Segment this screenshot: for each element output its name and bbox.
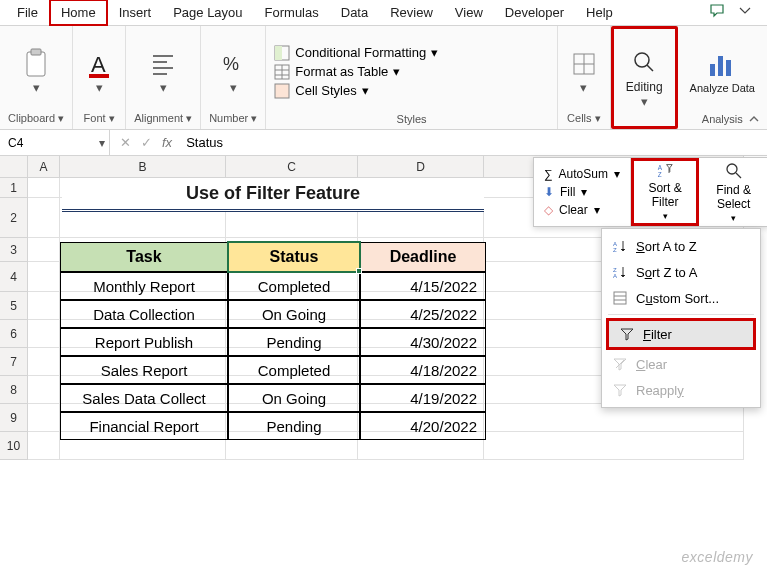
table-cell[interactable]: 4/19/2022 — [360, 384, 486, 412]
row-header[interactable]: 5 — [0, 292, 28, 320]
watermark: exceldemy — [682, 549, 753, 565]
col-header-c[interactable]: C — [226, 156, 358, 177]
fx-icon[interactable]: fx — [162, 135, 172, 150]
table-cell[interactable]: 4/18/2022 — [360, 356, 486, 384]
table-cell[interactable]: Sales Data Collect — [60, 384, 228, 412]
table-cell[interactable]: 4/15/2022 — [360, 272, 486, 300]
fx-enter-icon[interactable]: ✓ — [141, 135, 152, 150]
header-deadline[interactable]: Deadline — [360, 242, 486, 272]
menu-sort-za[interactable]: ZASort Z to A — [602, 259, 760, 285]
title-cell[interactable]: Use of Filter Feature — [62, 178, 484, 212]
col-header-b[interactable]: B — [60, 156, 226, 177]
chevron-down-icon[interactable] — [737, 2, 753, 21]
editing-button[interactable]: Editing ▾ — [622, 44, 667, 111]
chevron-down-icon: ▾ — [96, 80, 103, 95]
tab-help[interactable]: Help — [575, 0, 624, 25]
svg-text:A: A — [613, 273, 617, 279]
row-header[interactable]: 10 — [0, 432, 28, 460]
formula-input[interactable] — [182, 133, 767, 152]
find-icon — [724, 161, 744, 181]
group-font: A ▾ Font ▾ — [73, 26, 126, 129]
tab-view[interactable]: View — [444, 0, 494, 25]
table-cell[interactable]: On Going — [228, 384, 360, 412]
svg-point-10 — [635, 53, 649, 67]
sort-filter-button[interactable]: AZ Sort & Filter ▾ — [631, 158, 699, 226]
table-cell[interactable]: 4/30/2022 — [360, 328, 486, 356]
svg-rect-8 — [275, 84, 289, 98]
fill-handle[interactable] — [356, 268, 362, 274]
fx-cancel-icon[interactable]: ✕ — [120, 135, 131, 150]
table-cell[interactable]: Completed — [228, 356, 360, 384]
eraser-icon: ◇ — [544, 203, 553, 217]
table-cell[interactable]: Pending — [228, 412, 360, 440]
table-cell[interactable]: 4/20/2022 — [360, 412, 486, 440]
menu-clear: Clear — [602, 351, 760, 377]
table-cell[interactable]: Financial Report — [60, 412, 228, 440]
find-select-button[interactable]: Find & Select ▾ — [699, 158, 767, 226]
tab-formulas[interactable]: Formulas — [254, 0, 330, 25]
group-styles: Conditional Formatting ▾ Format as Table… — [266, 26, 558, 129]
select-all-corner[interactable] — [0, 156, 28, 177]
ribbon-tabs: File Home Insert Page Layou Formulas Dat… — [0, 0, 767, 26]
row-header[interactable]: 9 — [0, 404, 28, 432]
autosum-button[interactable]: ∑AutoSum ▾ — [544, 167, 620, 181]
alignment-button[interactable]: ▾ — [145, 46, 181, 97]
cells-button[interactable]: ▾ — [566, 46, 602, 97]
collapse-ribbon-icon[interactable] — [747, 112, 761, 129]
menu-sort-az[interactable]: AZSSort A to Zort A to Z — [602, 233, 760, 259]
col-header-a[interactable]: A — [28, 156, 60, 177]
svg-rect-1 — [31, 49, 41, 55]
number-button[interactable]: % ▾ — [215, 46, 251, 97]
col-header-d[interactable]: D — [358, 156, 484, 177]
group-label: Alignment ▾ — [134, 112, 192, 127]
menu-filter[interactable]: Filter — [609, 321, 753, 347]
row-header[interactable]: 2 — [0, 198, 28, 238]
row-header[interactable]: 1 — [0, 178, 28, 198]
analyze-data-button[interactable]: Analyze Data — [686, 46, 759, 96]
clear-button[interactable]: ◇Clear ▾ — [544, 203, 620, 217]
name-box[interactable]: C4▾ — [0, 130, 110, 155]
header-task[interactable]: Task — [60, 242, 228, 272]
table-cell[interactable]: On Going — [228, 300, 360, 328]
tab-data[interactable]: Data — [330, 0, 379, 25]
chevron-down-icon: ▾ — [580, 80, 587, 95]
paste-button[interactable]: ▾ — [18, 46, 54, 97]
comments-icon[interactable] — [709, 2, 725, 21]
row-header[interactable]: 6 — [0, 320, 28, 348]
group-editing: Editing ▾ — [611, 26, 678, 129]
fill-button[interactable]: ⬇Fill ▾ — [544, 185, 620, 199]
menu-custom-sort[interactable]: Custom Sort... — [602, 285, 760, 311]
svg-rect-12 — [718, 56, 723, 76]
tab-insert[interactable]: Insert — [108, 0, 163, 25]
fill-down-icon: ⬇ — [544, 185, 554, 199]
table-cell[interactable]: Data Collection — [60, 300, 228, 328]
row-header[interactable]: 4 — [0, 262, 28, 292]
table-cell[interactable]: Report Publish — [60, 328, 228, 356]
font-button[interactable]: A ▾ — [81, 46, 117, 97]
tab-home[interactable]: Home — [49, 0, 108, 26]
row-header[interactable]: 3 — [0, 238, 28, 262]
format-as-table-button[interactable]: Format as Table ▾ — [274, 64, 438, 80]
tab-page-layout[interactable]: Page Layou — [162, 0, 253, 25]
table-cell[interactable]: Sales Report — [60, 356, 228, 384]
row-header[interactable]: 8 — [0, 376, 28, 404]
table-cell[interactable]: Pending — [228, 328, 360, 356]
row-header[interactable]: 7 — [0, 348, 28, 376]
group-alignment: ▾ Alignment ▾ — [126, 26, 201, 129]
chevron-down-icon[interactable]: ▾ — [99, 136, 109, 150]
table-cell[interactable]: Monthly Report — [60, 272, 228, 300]
menu-reapply: Reapply — [602, 377, 760, 403]
sigma-icon: ∑ — [544, 167, 553, 181]
table-cell[interactable]: 4/25/2022 — [360, 300, 486, 328]
header-status[interactable]: Status — [228, 242, 360, 272]
tab-file[interactable]: File — [6, 0, 49, 25]
cell-styles-button[interactable]: Cell Styles ▾ — [274, 83, 438, 99]
tab-developer[interactable]: Developer — [494, 0, 575, 25]
ribbon: ▾ Clipboard ▾ A ▾ Font ▾ ▾ Alignment ▾ %… — [0, 26, 767, 130]
tab-review[interactable]: Review — [379, 0, 444, 25]
conditional-formatting-button[interactable]: Conditional Formatting ▾ — [274, 45, 438, 61]
svg-rect-6 — [275, 46, 282, 60]
chevron-down-icon: ▾ — [641, 94, 648, 109]
table-cell[interactable]: Completed — [228, 272, 360, 300]
sort-filter-menu: AZSSort A to Zort A to Z ZASort Z to A C… — [601, 228, 761, 408]
